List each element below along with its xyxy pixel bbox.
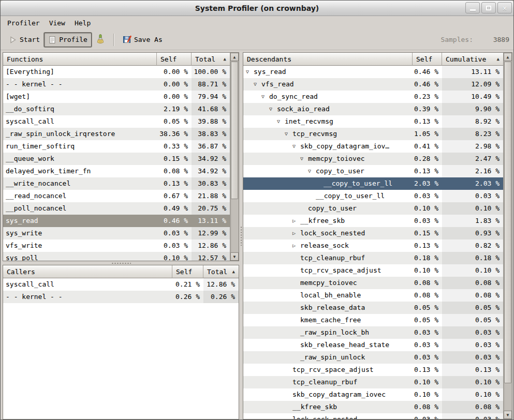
table-row[interactable]: syscall_call0.21 %12.86 % [3, 278, 239, 291]
column-header-total[interactable]: Total▲ [192, 53, 230, 66]
cumulative-percent-cell: 8.92 % [442, 115, 503, 128]
table-row[interactable]: __read_nocancel0.67 %21.88 % [3, 190, 230, 202]
table-row[interactable]: ▽skb_copy_datagram_iov…0.41 %2.98 % [243, 140, 503, 153]
scroll-down-icon[interactable]: ▼ [230, 252, 239, 261]
table-row[interactable]: copy_to_user0.10 %0.10 % [243, 202, 503, 215]
close-button[interactable]: ✕ [497, 2, 512, 13]
table-row[interactable]: sys_write0.03 %12.99 % [3, 227, 230, 239]
expander-open-icon[interactable]: ▽ [261, 91, 269, 103]
column-header-self[interactable]: Self [172, 265, 203, 278]
table-row[interactable]: ▽tcp_recvmsg1.05 %8.23 % [243, 128, 503, 140]
column-header-self[interactable]: Self [157, 53, 192, 66]
table-row[interactable]: tcp_rcv_space_adjust0.10 %0.10 % [243, 264, 503, 277]
descendant-name-cell: __copy_to_user_ll [243, 177, 413, 190]
start-button[interactable]: Start [5, 33, 44, 47]
expander-open-icon[interactable]: ▽ [292, 140, 300, 153]
expander-open-icon[interactable]: ▽ [285, 128, 292, 140]
functions-scrollbar-trough[interactable] [230, 61, 239, 252]
minimize-button[interactable] [465, 2, 480, 13]
reset-button[interactable] [92, 31, 109, 48]
descendants-scrollbar-thumb[interactable] [504, 62, 511, 383]
table-row[interactable]: ▷__kfree_skb0.03 %1.83 % [243, 215, 503, 227]
table-row[interactable]: sys_read0.46 %13.11 % [3, 215, 230, 227]
table-row[interactable]: __queue_work0.15 %34.92 % [3, 153, 230, 165]
vertical-splitter[interactable] [239, 52, 243, 419]
column-header-total[interactable]: Total▲ [203, 265, 239, 278]
table-row[interactable]: _raw_spin_lock_bh0.03 %0.03 % [243, 326, 503, 339]
table-row[interactable]: memcpy_toiovec0.08 %0.08 % [243, 277, 503, 289]
scroll-up-icon[interactable]: ▲ [230, 53, 239, 61]
descendants-scrollbar-trough[interactable] [504, 61, 512, 411]
expander-open-icon[interactable]: ▽ [269, 103, 277, 115]
expander-closed-icon[interactable]: ▷ [292, 239, 300, 252]
function-name-cell: delayed_work_timer_fn [3, 165, 157, 177]
column-header-functions[interactable]: Functions [3, 53, 157, 66]
table-row[interactable]: tcp_rcv_space_adjust0.13 %0.13 % [243, 364, 503, 376]
menu-view[interactable]: View [45, 18, 70, 28]
table-row[interactable]: syscall_call0.05 %39.88 % [3, 115, 230, 128]
table-row[interactable]: local_bh_enable0.08 %0.08 % [243, 289, 503, 302]
paintbrush-icon [96, 34, 105, 45]
self-percent-cell: 0.10 % [413, 264, 442, 277]
table-row[interactable]: tcp_cleanup_rbuf0.18 %0.18 % [243, 252, 503, 264]
descendant-name-cell: kmem_cache_free [243, 314, 413, 326]
expander-open-icon[interactable]: ▽ [277, 115, 285, 128]
descendant-name-label: sys_read [254, 66, 286, 78]
expander-open-icon[interactable]: ▽ [246, 66, 254, 78]
table-row[interactable]: skb_release_head_state0.03 %0.03 % [243, 339, 503, 351]
table-row[interactable]: [Everything]0.00 %100.00 % [3, 66, 230, 78]
column-header-self[interactable]: Self [413, 53, 442, 66]
table-row[interactable]: - - kernel - -0.26 %0.26 % [3, 291, 239, 303]
profile-toggle-button[interactable]: Profile [44, 33, 92, 47]
table-row[interactable]: lock_sock_nested0.03 %0.03 % [243, 413, 503, 419]
table-row[interactable]: tcp_cleanup_rbuf0.10 %0.10 % [243, 376, 503, 388]
column-header-cumulative[interactable]: Cumulative▲ [442, 53, 503, 66]
table-row[interactable]: __copy_to_user_ll2.03 %2.03 % [243, 177, 503, 190]
table-row[interactable]: __copy_to_user_ll0.03 %0.03 % [243, 190, 503, 202]
table-row[interactable]: kmem_cache_free0.05 %0.05 % [243, 314, 503, 326]
table-row[interactable]: _raw_spin_unlock_irqrestore38.36 %38.83 … [3, 128, 230, 140]
menu-help[interactable]: Help [70, 18, 95, 28]
table-row[interactable]: ▽vfs_read0.46 %12.09 % [243, 78, 503, 91]
table-row[interactable]: - - kernel - -0.00 %88.71 % [3, 78, 230, 91]
table-row[interactable]: ▷release_sock0.13 %0.82 % [243, 239, 503, 252]
horizontal-splitter[interactable] [3, 261, 239, 265]
table-row[interactable]: __write_nocancel0.13 %30.83 % [3, 177, 230, 190]
expander-closed-icon[interactable]: ▷ [292, 215, 300, 227]
expander-open-icon[interactable]: ▽ [300, 153, 308, 165]
save-as-button[interactable]: Save As [119, 32, 167, 47]
functions-scrollbar[interactable]: ▲ ▼ [230, 53, 239, 261]
descendants-scrollbar[interactable]: ▲ ▼ [503, 53, 512, 419]
menu-profiler[interactable]: Profiler [3, 18, 45, 28]
table-row[interactable]: __poll_nocancel0.49 %20.75 % [3, 202, 230, 215]
functions-scrollbar-thumb[interactable] [231, 62, 238, 199]
table-row[interactable]: _raw_spin_unlock0.03 %0.03 % [243, 351, 503, 364]
total-percent-cell: 39.88 % [192, 115, 230, 128]
table-row[interactable]: [wget]0.00 %79.94 % [3, 91, 230, 103]
table-row[interactable]: sys_poll0.10 %12.57 % [3, 252, 230, 261]
titlebar[interactable]: System Profiler (on crownbay) ✕ [1, 1, 513, 16]
table-row[interactable]: skb_copy_datagram_iovec0.10 %0.10 % [243, 388, 503, 401]
table-row[interactable]: run_timer_softirq0.33 %36.87 % [3, 140, 230, 153]
table-row[interactable]: ▽memcpy_toiovec0.28 %2.47 % [243, 153, 503, 165]
column-header-descendants[interactable]: Descendants [243, 53, 413, 66]
table-row[interactable]: vfs_write0.03 %12.86 % [3, 239, 230, 252]
table-row[interactable]: ▷lock_sock_nested0.15 %0.93 % [243, 227, 503, 239]
table-row[interactable]: ▽copy_to_user0.13 %2.16 % [243, 165, 503, 177]
expander-open-icon[interactable]: ▽ [308, 165, 316, 177]
table-row[interactable]: __do_softirq2.19 %41.68 % [3, 103, 230, 115]
expander-closed-icon[interactable]: ▷ [292, 227, 300, 239]
table-row[interactable]: ▽do_sync_read0.23 %10.49 % [243, 91, 503, 103]
table-row[interactable]: ▽inet_recvmsg0.13 %8.92 % [243, 115, 503, 128]
table-row[interactable]: __kfree_skb0.08 %0.08 % [243, 401, 503, 413]
table-row[interactable]: ▽sock_aio_read0.39 %9.90 % [243, 103, 503, 115]
expander-open-icon[interactable]: ▽ [254, 78, 261, 91]
table-row[interactable]: delayed_work_timer_fn0.08 %34.92 % [3, 165, 230, 177]
maximize-button[interactable] [481, 2, 496, 13]
table-row[interactable]: ▽sys_read0.46 %13.11 % [243, 66, 503, 78]
scroll-up-icon[interactable]: ▲ [504, 53, 512, 61]
table-row[interactable]: skb_release_data0.05 %0.05 % [243, 302, 503, 314]
column-header-callers[interactable]: Callers [3, 265, 172, 278]
scroll-down-icon[interactable]: ▼ [504, 411, 512, 419]
menubar: Profiler View Help [1, 16, 513, 29]
